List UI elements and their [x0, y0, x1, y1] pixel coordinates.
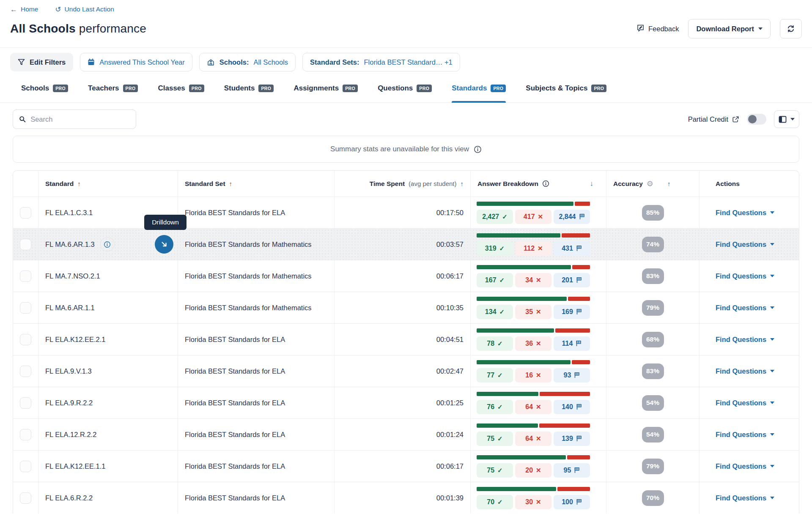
tab-subjects-topics[interactable]: Subjects & Topics PRO [526, 84, 606, 102]
standard-code: FL ELA.K12.EE.1.1 [38, 462, 105, 470]
title-bar: All Schools performance Feedback Downloa… [0, 13, 812, 38]
edit-filters-label: Edit Filters [30, 58, 66, 66]
edit-filters-button[interactable]: Edit Filters [10, 53, 73, 71]
total-count-pill: 2,844 [554, 210, 590, 224]
home-link[interactable]: ← Home [10, 5, 38, 13]
answer-breakdown-bar [477, 487, 590, 491]
row-checkbox[interactable] [20, 366, 31, 377]
row-checkbox[interactable] [20, 429, 31, 440]
find-questions-button[interactable]: Find Questions [716, 399, 774, 407]
download-report-button[interactable]: Download Report [688, 19, 771, 38]
x-icon: ✕ [536, 340, 541, 347]
incorrect-count: 20 [525, 467, 533, 474]
row-checkbox[interactable] [20, 239, 31, 250]
filter-chip-answered[interactable]: Answered This School Year [80, 53, 192, 71]
standard-set-name: Florida BEST Standards for ELA [178, 462, 292, 470]
row-checkbox[interactable] [20, 397, 31, 409]
tab-standards[interactable]: Standards PRO [452, 84, 506, 102]
tab-teachers[interactable]: Teachers PRO [88, 84, 138, 102]
feedback-button[interactable]: Feedback [636, 24, 679, 34]
find-questions-button[interactable]: Find Questions [716, 494, 774, 502]
find-questions-button[interactable]: Find Questions [716, 272, 774, 280]
tab-classes[interactable]: Classes PRO [158, 84, 204, 102]
sort-asc-icon[interactable]: ↑ [229, 180, 233, 187]
actions-cell: Find Questions [700, 451, 799, 482]
correct-count-pill: 76 ✓ [477, 400, 513, 414]
info-icon[interactable] [542, 180, 549, 187]
tab-assignments[interactable]: Assignments PRO [294, 84, 358, 102]
top-nav: ← Home ↺ Undo Last Action [0, 0, 812, 13]
incorrect-count-pill: 20 ✕ [515, 463, 551, 478]
chevron-down-icon [790, 118, 795, 120]
drilldown-button[interactable] [155, 235, 173, 254]
answer-breakdown-bar [477, 328, 590, 333]
tab-questions[interactable]: Questions PRO [378, 84, 432, 102]
find-questions-button[interactable]: Find Questions [716, 431, 774, 439]
tabs: Schools PRO Teachers PRO Classes PRO Stu… [0, 71, 812, 103]
actions-cell: Find Questions [700, 355, 799, 387]
total-count: 2,844 [559, 213, 576, 221]
row-checkbox[interactable] [20, 207, 31, 219]
refresh-button[interactable] [780, 19, 802, 38]
find-questions-button[interactable]: Find Questions [716, 367, 774, 375]
sort-asc-icon[interactable]: ↑ [77, 180, 81, 187]
time-spent-cell: 00:06:17 [335, 451, 471, 482]
external-link-icon[interactable] [732, 116, 739, 123]
sort-desc-icon-active[interactable]: ↓ [590, 180, 594, 188]
tab-students[interactable]: Students PRO [224, 84, 274, 102]
standard-set-cell: Florida BEST Standards for Mathematics [178, 229, 335, 260]
total-count-pill: 93 [554, 368, 590, 382]
column-settings-button[interactable] [774, 110, 799, 128]
find-questions-button[interactable]: Find Questions [716, 240, 774, 249]
x-icon: ✕ [536, 467, 541, 474]
title-actions: Feedback Download Report [636, 19, 802, 38]
info-icon[interactable] [474, 145, 482, 153]
find-questions-button[interactable]: Find Questions [716, 304, 774, 312]
search-input[interactable] [30, 115, 130, 123]
correct-bar-segment [477, 265, 571, 269]
sort-asc-icon[interactable]: ↑ [461, 180, 464, 187]
correct-bar-segment [477, 202, 573, 206]
answer-breakdown-bar [477, 265, 590, 269]
table-row: FL ELA.K12.EE.2.1 Drilldown Florida BEST… [13, 323, 799, 355]
pro-badge: PRO [491, 85, 506, 92]
time-spent-value: 00:01:24 [430, 431, 470, 439]
partial-credit-toggle[interactable] [747, 114, 766, 125]
row-checkbox[interactable] [20, 492, 31, 504]
row-checkbox[interactable] [20, 302, 31, 314]
tab-schools[interactable]: Schools PRO [21, 84, 68, 102]
filter-chip-schools[interactable]: Schools: All Schools [199, 53, 296, 71]
accuracy-badge: 79% [642, 459, 664, 474]
correct-count-pill: 75 ✓ [477, 463, 513, 478]
undo-last-action-link[interactable]: ↺ Undo Last Action [55, 5, 114, 13]
table-row: FL ELA.K12.EE.1.1 Drilldown Florida BEST… [13, 450, 799, 482]
filter-chip-standard-sets[interactable]: Standard Sets: Florida BEST Standard… +1 [302, 53, 460, 71]
correct-bar-segment [477, 455, 566, 459]
accuracy-badge: 74% [642, 237, 664, 252]
standard-info-button[interactable] [100, 237, 115, 251]
flag-icon [576, 340, 582, 347]
row-checkbox[interactable] [20, 461, 31, 472]
find-questions-button[interactable]: Find Questions [716, 462, 774, 470]
page-title: All Schools performance [10, 22, 146, 36]
page-title-entity: All Schools [10, 22, 76, 35]
time-spent-value: 00:06:17 [430, 462, 470, 470]
gear-icon[interactable]: ⚙ [647, 179, 653, 189]
row-checkbox[interactable] [20, 270, 31, 282]
incorrect-count: 16 [525, 372, 533, 379]
time-spent-value: 00:10:35 [430, 304, 470, 312]
answer-breakdown-cell: 76 ✓ 64 ✕ 140 [471, 387, 606, 418]
incorrect-count-pill: 36 ✕ [515, 336, 551, 351]
row-checkbox[interactable] [20, 334, 31, 345]
sort-asc-icon[interactable]: ↑ [667, 180, 671, 187]
standard-code: FL MA.6.AR.1.3 [38, 240, 95, 249]
answer-breakdown-cell: 2,427 ✓ 417 ✕ 2,844 [471, 197, 606, 228]
incorrect-bar-segment [555, 328, 590, 333]
find-questions-button[interactable]: Find Questions [716, 209, 774, 217]
find-questions-button[interactable]: Find Questions [716, 336, 774, 344]
total-count: 93 [564, 372, 571, 379]
table-body: FL ELA.1.C.3.1 Drilldown Florida BEST St… [13, 197, 799, 514]
find-questions-label: Find Questions [716, 367, 766, 375]
incorrect-count-pill: 417 ✕ [515, 210, 551, 224]
header-actions: Actions [700, 171, 799, 197]
